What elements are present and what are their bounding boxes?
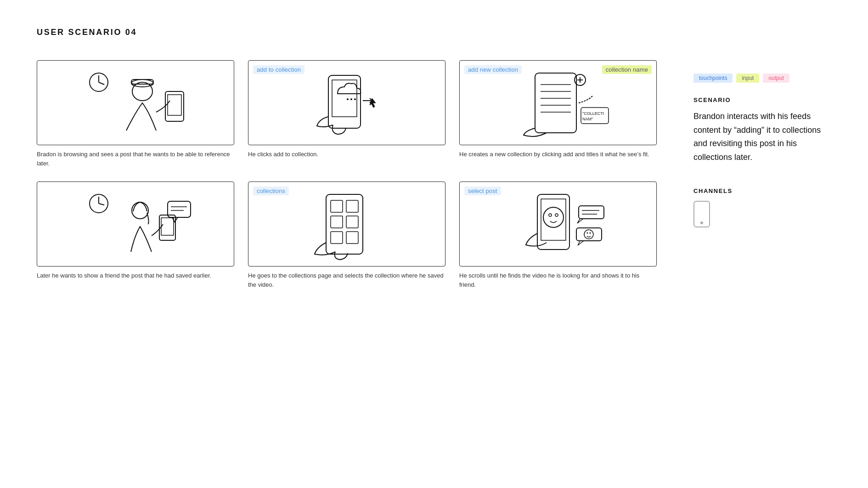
- frame-caption-3: He creates a new collection by clicking …: [459, 150, 657, 159]
- frame-caption-4: Later he wants to show a friend the post…: [37, 271, 234, 280]
- frame-label-5: collections: [253, 187, 289, 195]
- svg-text:"COLLECTI: "COLLECTI: [582, 111, 604, 116]
- storyboard-cell-2: add to collection: [248, 60, 445, 168]
- svg-point-52: [590, 232, 591, 233]
- storyboard-frame-1: [37, 60, 234, 145]
- frame-caption-2: He clicks add to collection.: [248, 150, 445, 159]
- channels-section: CHANNELS: [693, 187, 831, 227]
- scenario-text: Brandon interacts with his feeds content…: [693, 110, 831, 165]
- svg-point-12: [354, 98, 356, 100]
- frame-label-3b: collection name: [602, 65, 652, 74]
- svg-point-10: [347, 98, 349, 100]
- storyboard-cell-1: Bradon is browsing and sees a post that …: [37, 60, 234, 168]
- tag-row: touchpoints input output: [693, 74, 831, 83]
- svg-rect-38: [346, 216, 358, 228]
- frame-caption-1: Bradon is browsing and sees a post that …: [37, 150, 234, 168]
- mobile-icon-dot: [700, 221, 703, 224]
- frame-label-6: select post: [464, 187, 501, 195]
- storyboard-cell-5: collections: [248, 182, 445, 289]
- svg-rect-39: [331, 232, 343, 244]
- svg-line-27: [99, 204, 104, 205]
- tag-output: output: [763, 74, 789, 83]
- svg-point-45: [555, 214, 558, 216]
- svg-line-2: [99, 82, 104, 85]
- svg-rect-40: [346, 232, 358, 244]
- frame-caption-6: He scrolls until he finds the video he i…: [459, 271, 657, 289]
- svg-point-51: [587, 232, 588, 233]
- svg-rect-7: [168, 95, 181, 115]
- svg-rect-42: [541, 199, 566, 240]
- storyboard-frame-6: select post: [459, 182, 657, 267]
- svg-point-50: [584, 230, 593, 239]
- page-title: USER SCENARIO 04: [37, 28, 657, 37]
- frame-label-2: add to collection: [253, 65, 304, 74]
- svg-rect-37: [331, 216, 343, 228]
- svg-point-28: [132, 202, 148, 219]
- svg-rect-36: [346, 200, 358, 212]
- storyboard-frame-5: collections: [248, 182, 445, 267]
- tag-touchpoints: touchpoints: [693, 74, 733, 83]
- svg-point-11: [350, 98, 352, 100]
- scenario-section-label: SCENARIO: [693, 96, 831, 103]
- svg-rect-35: [331, 200, 343, 212]
- svg-rect-9: [332, 80, 357, 117]
- svg-rect-13: [535, 73, 576, 133]
- svg-rect-34: [326, 194, 363, 254]
- svg-rect-46: [579, 206, 604, 219]
- frame-illustration-4: [37, 182, 234, 266]
- storyboard-frame-3: add new collection collection name: [459, 60, 657, 145]
- storyboard-grid: Bradon is browsing and sees a post that …: [37, 60, 657, 289]
- svg-text:NAM": NAM": [582, 117, 593, 121]
- channels-section-label: CHANNELS: [693, 187, 831, 194]
- right-panel: touchpoints input output SCENARIO Brando…: [675, 28, 831, 289]
- svg-rect-41: [537, 194, 569, 250]
- svg-rect-6: [165, 91, 184, 121]
- storyboard-cell-3: add new collection collection name: [459, 60, 657, 168]
- mobile-channel-icon: [693, 201, 710, 227]
- storyboard-frame-2: add to collection: [248, 60, 445, 145]
- svg-rect-8: [328, 75, 361, 128]
- svg-point-43: [543, 207, 564, 227]
- svg-rect-30: [161, 218, 174, 235]
- svg-point-3: [132, 82, 152, 101]
- storyboard-cell-4: Later he wants to show a friend the post…: [37, 182, 234, 289]
- svg-point-4: [131, 79, 153, 87]
- tag-input: input: [736, 74, 759, 83]
- svg-point-44: [549, 214, 552, 216]
- frame-illustration-1: [37, 61, 234, 145]
- storyboard-cell-6: select post: [459, 182, 657, 289]
- frame-label-3: add new collection: [464, 65, 522, 74]
- storyboard-frame-4: [37, 182, 234, 267]
- frame-caption-5: He goes to the collections page and sele…: [248, 271, 445, 289]
